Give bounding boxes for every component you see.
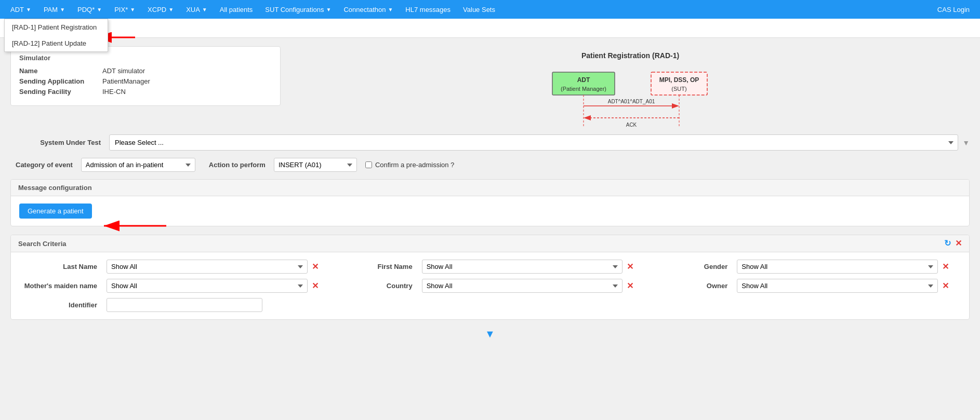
nav-pam-label: PAM — [44, 6, 58, 13]
category-select[interactable]: Admission of an in-patient — [81, 158, 195, 172]
category-row: Category of event Admission of an in-pat… — [10, 158, 970, 172]
close-icon[interactable]: ✕ — [955, 239, 962, 248]
nav-pix-label: PIX* — [114, 6, 128, 13]
nav-sut-config-label: SUT Configurations — [265, 6, 324, 13]
nav-xcpd-label: XCPD — [148, 6, 166, 13]
nav-item-sut-config[interactable]: SUT Configurations ▼ — [259, 0, 337, 19]
owner-clear[interactable]: ✕ — [942, 281, 961, 291]
pre-admission-checkbox[interactable] — [365, 161, 372, 168]
nav-hl7-label: HL7 messages — [405, 6, 451, 13]
sut-label: System Under Test — [16, 139, 109, 146]
nav-adt-caret: ▼ — [26, 7, 31, 12]
nav-connectathon-caret: ▼ — [388, 7, 393, 12]
nav-adt-label: ADT — [10, 6, 24, 13]
adt-menu-item-rad12[interactable]: [RAD-12] Patient Update — [5, 35, 108, 51]
action-select[interactable]: INSERT (A01) — [274, 158, 357, 172]
nav-sut-caret: ▼ — [326, 7, 332, 12]
identifier-input[interactable] — [107, 298, 262, 312]
nav-item-pdq[interactable]: PDQ* ▼ — [71, 0, 108, 19]
svg-marker-12 — [584, 115, 591, 120]
generate-patient-button[interactable]: Generate a patient — [19, 204, 92, 219]
nav-xcpd-caret: ▼ — [168, 7, 174, 12]
first-name-clear[interactable]: ✕ — [627, 262, 645, 272]
refresh-icon[interactable]: ↻ — [944, 239, 951, 248]
nav-item-connectathon[interactable]: Connectathon ▼ — [337, 0, 399, 19]
category-label: Category of event — [16, 161, 73, 169]
search-title: Search Criteria — [18, 240, 67, 248]
simulator-name-value: ADT simulator — [102, 67, 145, 75]
diagram-section: Patient Registration (RAD-1) ADT (Patien… — [291, 46, 970, 134]
simulator-facility-label: Sending Facility — [19, 88, 102, 96]
nav-xua-label: XUA — [186, 6, 200, 13]
pre-admission-label[interactable]: Confirm a pre-admission ? — [365, 161, 454, 169]
svg-marker-9 — [672, 103, 679, 109]
top-section: Simulator Name ADT simulator Sending App… — [10, 46, 970, 134]
search-row-1: Last Name Show All ✕ First Name Show All… — [19, 260, 961, 274]
simulator-facility-row: Sending Facility IHE-CN — [19, 88, 272, 96]
owner-label: Owner — [650, 282, 733, 290]
nav-item-adt[interactable]: ADT ▼ [RAD-1] Patient Registration [RAD-… — [4, 0, 37, 19]
last-name-label: Last Name — [19, 263, 102, 270]
svg-text:ADT^A01^ADT_A01: ADT^A01^ADT_A01 — [608, 99, 655, 104]
pre-admission-text: Confirm a pre-admission ? — [375, 161, 454, 169]
simulator-title: Simulator — [19, 54, 272, 62]
country-select[interactable]: Show All — [422, 279, 623, 293]
search-header-icons: ↻ ✕ — [944, 239, 962, 248]
nav-pam-caret: ▼ — [60, 7, 65, 12]
action-label: Action to perform — [209, 161, 266, 169]
diagram-svg: ADT (Patient Manager) MPI, DSS, OP (SUT)… — [547, 67, 713, 129]
right-column: Patient Registration (RAD-1) ADT (Patien… — [291, 46, 970, 134]
search-panel: Search Criteria ↻ ✕ Last Name Show All ✕… — [10, 235, 970, 320]
svg-text:MPI, DSS, OP: MPI, DSS, OP — [659, 76, 699, 84]
simulator-app-label: Sending Application — [19, 77, 102, 85]
nav-value-sets-label: Value Sets — [463, 6, 495, 13]
nav-pdq-caret: ▼ — [97, 7, 102, 12]
nav-item-xua[interactable]: XUA ▼ — [180, 0, 214, 19]
nav-item-value-sets[interactable]: Value Sets — [457, 0, 501, 19]
simulator-card: Simulator Name ADT simulator Sending App… — [10, 46, 281, 106]
nav-item-pam[interactable]: PAM ▼ — [37, 0, 71, 19]
page-header: Patient Registration — [0, 19, 980, 38]
search-body: Last Name Show All ✕ First Name Show All… — [11, 252, 969, 319]
adt-menu-item-rad1[interactable]: [RAD-1] Patient Registration — [5, 19, 108, 35]
simulator-app-row: Sending Application PatientManager — [19, 77, 272, 85]
left-column: Simulator Name ADT simulator Sending App… — [10, 46, 281, 114]
cas-login[interactable]: CAS Login — [931, 6, 976, 13]
mothers-select[interactable]: Show All — [107, 279, 308, 293]
message-config-header: Message configuration — [11, 180, 969, 196]
first-name-select[interactable]: Show All — [422, 260, 623, 274]
svg-text:(SUT): (SUT) — [671, 86, 686, 92]
simulator-app-value: PatientManager — [102, 77, 150, 85]
gender-clear[interactable]: ✕ — [942, 262, 961, 272]
search-row-2: Mother's maiden name Show All ✕ Country … — [19, 279, 961, 293]
message-config-body: Generate a patient — [11, 196, 969, 226]
adt-dropdown-menu: [RAD-1] Patient Registration [RAD-12] Pa… — [4, 19, 108, 52]
nav-all-patients-label: All patients — [220, 6, 253, 13]
nav-xua-caret: ▼ — [202, 7, 207, 12]
svg-text:ACK: ACK — [626, 122, 637, 128]
search-header: Search Criteria ↻ ✕ — [11, 235, 969, 252]
first-name-label: First Name — [335, 263, 418, 270]
nav-pdq-label: PDQ* — [77, 6, 95, 13]
message-config-title: Message configuration — [18, 184, 92, 192]
search-row-3: Identifier — [19, 298, 961, 312]
nav-item-all-patients[interactable]: All patients — [214, 0, 259, 19]
sut-select[interactable]: Please Select ... — [109, 134, 958, 151]
nav-item-pix[interactable]: PIX* ▼ — [108, 0, 141, 19]
last-name-select[interactable]: Show All — [107, 260, 308, 274]
nav-item-hl7[interactable]: HL7 messages — [399, 0, 457, 19]
diagram-title: Patient Registration (RAD-1) — [296, 51, 964, 60]
mothers-label: Mother's maiden name — [19, 282, 102, 290]
last-name-clear[interactable]: ✕ — [312, 262, 330, 272]
simulator-facility-value: IHE-CN — [102, 88, 126, 96]
gender-select[interactable]: Show All — [737, 260, 938, 274]
gender-label: Gender — [650, 263, 733, 270]
country-label: Country — [335, 282, 418, 290]
nav-connectathon-label: Connectathon — [343, 6, 386, 13]
mothers-clear[interactable]: ✕ — [312, 281, 330, 291]
owner-select[interactable]: Show All — [737, 279, 938, 293]
identifier-label: Identifier — [19, 301, 102, 309]
country-clear[interactable]: ✕ — [627, 281, 645, 291]
nav-item-xcpd[interactable]: XCPD ▼ — [141, 0, 180, 19]
sut-dropdown-icon: ▼ — [962, 139, 970, 147]
